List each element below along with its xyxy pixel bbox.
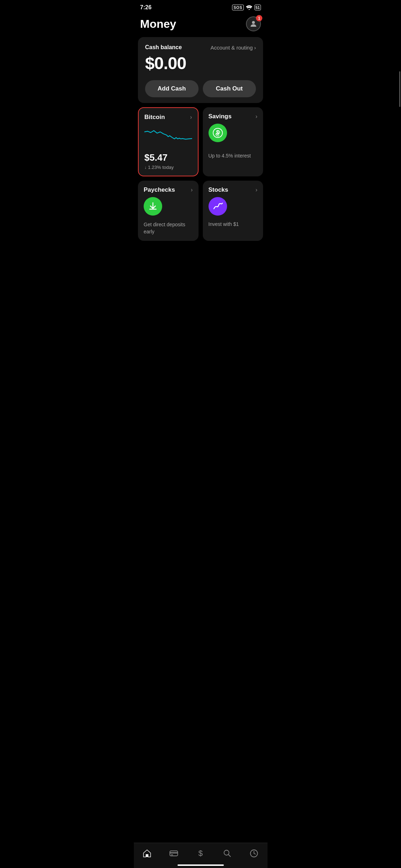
paychecks-card[interactable]: Paychecks › Get direct deposits early [138,181,199,241]
account-routing-text: Account & routing [211,45,253,51]
stocks-icon [209,197,227,216]
down-arrow-icon: ↓ [144,165,146,170]
savings-card-header: Savings › [209,113,258,120]
account-routing-link[interactable]: Account & routing › [211,45,256,51]
status-bar: 7:26 SOS 51 [134,0,267,13]
cash-balance-amount: $0.00 [145,53,256,73]
svg-point-0 [252,21,255,24]
stocks-arrow-icon: › [256,187,257,193]
stocks-description: Invest with $1 [209,221,258,227]
bitcoin-change: ↓ 1.23% today [144,165,192,170]
notification-badge: 1 [256,15,262,21]
savings-card[interactable]: Savings › $ Up to 4.5% interest [203,107,263,176]
stocks-card-header: Stocks › [209,186,258,193]
battery-level: 51 [256,5,260,10]
savings-arrow-icon: › [256,113,257,120]
wifi-icon [246,5,252,10]
download-icon [148,201,158,211]
user-icon [249,20,258,28]
dollar-circle-icon: $ [212,128,223,138]
bitcoin-card[interactable]: Bitcoin › $5.47 ↓ 1.23% today [138,107,199,176]
bitcoin-chart [144,124,192,146]
savings-description: Up to 4.5% interest [209,153,258,159]
cards-grid: Bitcoin › $5.47 ↓ 1.23% today Savings › [138,107,263,241]
bitcoin-card-header: Bitcoin › [144,114,192,121]
stocks-title: Stocks [209,186,228,193]
savings-icon: $ [209,124,227,142]
paychecks-card-header: Paychecks › [144,186,193,193]
sos-label: SOS [232,5,244,10]
bitcoin-arrow-icon: › [190,114,192,120]
savings-title: Savings [209,113,232,120]
battery-indicator: 51 [255,5,261,10]
paychecks-arrow-icon: › [191,187,192,193]
svg-point-3 [217,206,218,207]
paychecks-title: Paychecks [144,186,175,193]
cash-out-button[interactable]: Cash Out [203,80,256,97]
trending-icon [212,201,223,212]
main-content: Cash balance Account & routing › $0.00 A… [134,37,267,241]
header: Money 1 [134,13,267,37]
paychecks-description: Get direct deposits early [144,221,193,235]
add-cash-button[interactable]: Add Cash [145,80,199,97]
action-buttons: Add Cash Cash Out [145,80,256,97]
avatar-wrapper[interactable]: 1 [246,16,261,31]
page-title: Money [140,17,176,31]
paychecks-icon [144,197,162,216]
cash-balance-card: Cash balance Account & routing › $0.00 A… [138,37,263,103]
cash-balance-top: Cash balance Account & routing › [145,44,256,51]
bitcoin-value: $5.47 [144,152,192,163]
cash-balance-label: Cash balance [145,44,182,51]
bitcoin-change-text: 1.23% today [148,165,174,170]
chevron-right-icon: › [254,45,256,51]
status-icons: SOS 51 [232,5,261,10]
stocks-card[interactable]: Stocks › Invest with $1 [203,181,263,241]
status-time: 7:26 [140,4,151,11]
bitcoin-title: Bitcoin [144,114,165,121]
